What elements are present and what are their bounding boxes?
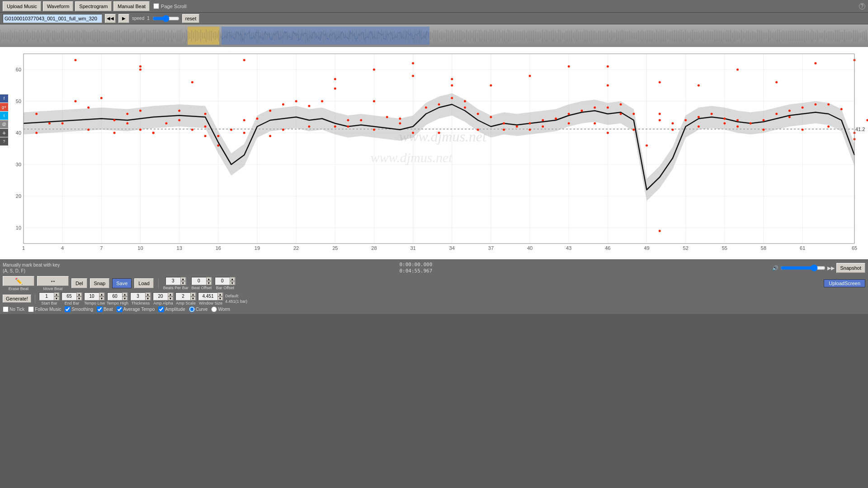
beats-per-bar-up[interactable]: ▲	[180, 277, 186, 281]
tempo-high-input-wrap: ▲ ▼	[107, 292, 128, 300]
filename-input[interactable]	[3, 14, 102, 23]
time-display: 0:00:00.000 0:04:55.967	[399, 262, 432, 275]
amplitude-checkbox[interactable]	[158, 306, 164, 312]
erase-beat-button[interactable]: ✏️	[3, 276, 34, 286]
rewind-button[interactable]: ◀◀	[105, 14, 116, 23]
tempo-low-down[interactable]: ▼	[99, 296, 104, 300]
window-size-up[interactable]: ▲	[217, 292, 223, 296]
amp-alpha-down[interactable]: ▼	[168, 296, 173, 300]
move-beat-label: Move Beat	[43, 286, 62, 291]
snapshot-button[interactable]: Snapshot	[836, 263, 865, 273]
end-bar-up[interactable]: ▲	[76, 292, 82, 296]
beats-per-bar-label: Beats Per Bar	[163, 286, 189, 290]
tempo-low-input[interactable]	[85, 293, 99, 300]
start-bar-input[interactable]	[39, 293, 54, 300]
tempo-high-down[interactable]: ▼	[122, 296, 127, 300]
thickness-arrows: ▲ ▼	[145, 292, 151, 300]
speed-value: 1	[147, 16, 150, 21]
generate-button[interactable]: Generate!	[3, 295, 31, 303]
end-bar-input-wrap: ▲ ▼	[61, 292, 82, 300]
question-icon[interactable]: ?	[0, 137, 8, 145]
amp-scale-arrows: ▲ ▼	[190, 292, 196, 300]
window-size-group: ▲ ▼ Window Size	[198, 292, 223, 305]
amp-scale-input[interactable]	[176, 293, 190, 300]
amp-alpha-input[interactable]	[153, 293, 168, 300]
amp-scale-input-wrap: ▲ ▼	[175, 292, 196, 300]
waveform-overview[interactable]	[0, 24, 868, 47]
speed-label: speed	[132, 16, 144, 21]
start-bar-up[interactable]: ▲	[54, 292, 59, 296]
window-size-input[interactable]	[198, 293, 217, 300]
save-button[interactable]: Save	[112, 278, 132, 288]
amp-alpha-up[interactable]: ▲	[168, 292, 173, 296]
follow-music-label: Follow Music	[35, 307, 61, 312]
smoothing-group: Smoothing	[65, 306, 93, 312]
bar-offset-group: ▲ ▼ Bar Offset	[215, 277, 236, 290]
amp-scale-group: ▲ ▼ Amp Scale	[175, 292, 196, 305]
beat-offset-input[interactable]	[192, 277, 206, 285]
hint-line2: (A, S, D, F)	[3, 268, 60, 274]
vol-high-icon: ▶▶	[827, 265, 835, 271]
move-beat-button[interactable]: ↔️	[37, 276, 69, 286]
thickness-input-wrap: ▲ ▼	[130, 292, 151, 300]
curve-label: Curve	[196, 307, 208, 312]
toolbar: Upload Music Waveform Spectrogram Manual…	[0, 0, 868, 13]
manual-beat-button[interactable]: Manual Beat	[113, 1, 150, 11]
load-button[interactable]: Load	[134, 278, 153, 288]
twitter-icon[interactable]: t	[0, 112, 8, 120]
email-icon[interactable]: @	[0, 120, 8, 128]
beat-offset-up[interactable]: ▲	[206, 277, 212, 281]
end-bar-down[interactable]: ▼	[76, 296, 82, 300]
worm-radio[interactable]	[211, 306, 217, 312]
window-size-down[interactable]: ▼	[217, 296, 223, 300]
bottom-row4: No Tick Follow Music Smoothing Beat Aver…	[3, 306, 865, 312]
volume-slider[interactable]	[780, 264, 826, 272]
amp-scale-up[interactable]: ▲	[190, 292, 196, 296]
bar-offset-up[interactable]: ▲	[230, 277, 235, 281]
bar-offset-input[interactable]	[215, 277, 230, 285]
amp-scale-down[interactable]: ▼	[190, 296, 196, 300]
beat-offset-group: ▲ ▼ Beat Offset	[191, 277, 212, 290]
tempo-high-input[interactable]	[108, 293, 122, 300]
reset-button[interactable]: reset	[182, 14, 199, 23]
end-bar-input[interactable]	[62, 293, 76, 300]
tempo-high-up[interactable]: ▲	[122, 292, 127, 296]
beats-per-bar-input[interactable]	[166, 277, 180, 285]
spectrogram-button[interactable]: Spectrogram	[75, 1, 112, 11]
upload-music-button[interactable]: Upload Music	[3, 1, 41, 11]
speed-slider[interactable]	[152, 15, 179, 22]
no-tick-group: No Tick	[3, 306, 24, 312]
follow-music-checkbox[interactable]	[28, 306, 34, 312]
upload-screen-button[interactable]: UploadScreen	[824, 279, 865, 287]
average-tempo-checkbox[interactable]	[117, 306, 123, 312]
bar-offset-down[interactable]: ▼	[230, 281, 235, 285]
window-size-input-wrap: ▲ ▼	[198, 292, 223, 300]
play-button[interactable]: ▶	[118, 14, 129, 23]
add-icon[interactable]: +	[0, 129, 8, 137]
thickness-up[interactable]: ▲	[145, 292, 151, 296]
start-bar-label: Start Bar	[41, 301, 57, 305]
bar-offset-label: Bar Offset	[216, 286, 234, 290]
facebook-icon[interactable]: f	[0, 94, 8, 103]
bottom-controls: Manually mark beat with key (A, S, D, F)…	[0, 259, 868, 314]
help-icon[interactable]: ?	[859, 3, 865, 9]
thickness-label: Thickness	[132, 301, 150, 305]
waveform-button[interactable]: Waveform	[43, 1, 74, 11]
beat-offset-down[interactable]: ▼	[206, 281, 212, 285]
curve-radio[interactable]	[189, 306, 195, 312]
smoothing-checkbox[interactable]	[65, 306, 71, 312]
no-tick-checkbox[interactable]	[3, 306, 9, 312]
del-button[interactable]: Del	[71, 278, 87, 288]
googleplus-icon[interactable]: g+	[0, 103, 8, 111]
page-scroll-checkbox[interactable]	[153, 3, 159, 9]
separator2	[35, 294, 35, 303]
beat-checkbox[interactable]	[97, 306, 103, 312]
end-bar-label: End Bar	[65, 301, 80, 305]
beats-per-bar-down[interactable]: ▼	[180, 281, 186, 285]
thickness-input[interactable]	[131, 293, 145, 300]
thickness-down[interactable]: ▼	[145, 296, 151, 300]
tempo-low-up[interactable]: ▲	[99, 292, 104, 296]
snap-button[interactable]: Snap	[90, 278, 110, 288]
start-bar-down[interactable]: ▼	[54, 296, 59, 300]
page-scroll-label: Page Scroll	[161, 4, 186, 9]
